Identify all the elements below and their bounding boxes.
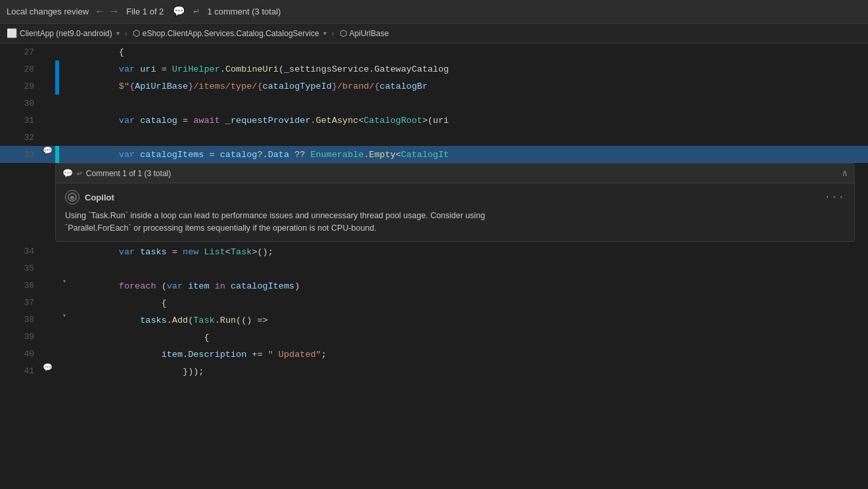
line-number: 29 — [0, 78, 39, 95]
nav-controls: ← → File 1 of 2 💬 ↩ 1 comment (3 total) — [94, 4, 281, 19]
collapse-arrow[interactable]: ▾ — [59, 277, 70, 285]
comment-indicator[interactable]: 💬 — [39, 146, 55, 156]
line-stripe — [55, 129, 59, 146]
line-number: 36 — [0, 277, 39, 294]
line-content: { — [70, 329, 868, 346]
comment-count: 1 comment (3 total) — [207, 7, 281, 16]
breadcrumb-member[interactable]: ⬡ ApiUrlBase — [340, 28, 389, 38]
line-number: 41 — [0, 363, 39, 380]
code-line: 28 var uri = UriHelper.CombineUri(_setti… — [0, 60, 868, 78]
comment-indicator[interactable]: 💬 — [39, 363, 55, 373]
line-stripe — [55, 43, 59, 60]
line-stripe — [55, 112, 59, 129]
comment-popup-body: ⊕ Copilot ··· Using `Task.Run` inside a … — [56, 183, 854, 241]
code-line: 37 { — [0, 294, 868, 312]
line-content: item.Description += " Updated"; — [70, 346, 868, 363]
namespace-icon: ⬡ — [133, 28, 140, 38]
comment-popup-close[interactable]: ∧ — [842, 168, 848, 179]
nav-back[interactable]: ← — [94, 5, 106, 19]
line-number: 33 — [0, 146, 39, 163]
line-content: var tasks = new List<Task>(); — [70, 243, 868, 260]
breadcrumb-namespace[interactable]: ⬡ eShop.ClientApp.Services.Catalog.Catal… — [133, 28, 327, 38]
code-line: 30 — [0, 95, 868, 112]
line-number: 30 — [0, 95, 39, 112]
code-area: 27 {28 var uri = UriHelper.CombineUri(_s… — [0, 43, 868, 489]
line-content: })); — [70, 363, 868, 380]
line-number: 32 — [0, 129, 39, 146]
line-stripe — [55, 363, 59, 380]
code-line: 34 var tasks = new List<Task>(); — [0, 243, 868, 260]
line-number: 27 — [0, 43, 39, 60]
line-content: var catalog = await _requestProvider.Get… — [70, 112, 868, 129]
line-content — [70, 129, 868, 146]
line-number: 37 — [0, 294, 39, 312]
line-content: var uri = UriHelper.CombineUri(_settings… — [70, 60, 868, 78]
comment-icon-1[interactable]: 💬 — [170, 4, 188, 19]
nav-forward[interactable]: → — [108, 5, 120, 19]
line-number: 31 — [0, 112, 39, 129]
line-content — [70, 260, 868, 277]
member-icon: ⬡ — [340, 28, 347, 38]
collapse-arrow[interactable]: ▾ — [59, 312, 70, 319]
breadcrumb-sep-1: › — [125, 29, 127, 38]
breadcrumb-project[interactable]: ⬜ ClientApp (net9.0-android) ▾ — [7, 28, 120, 38]
breadcrumb-sep-2: › — [332, 29, 334, 38]
line-content: { — [70, 43, 868, 60]
code-line: 31 var catalog = await _requestProvider.… — [0, 112, 868, 129]
comment-author-name: Copilot — [85, 193, 114, 202]
code-line: 35 — [0, 260, 868, 277]
line-stripe — [55, 60, 59, 78]
breadcrumb-arrow-1: ▾ — [116, 30, 120, 37]
code-line: 29 $"{ApiUrlBase}/items/type/{catalogTyp… — [0, 78, 868, 95]
code-line: 33💬 var catalogItems = catalog?.Data ?? … — [0, 146, 868, 163]
review-title: Local changes review — [7, 7, 89, 16]
line-number: 28 — [0, 60, 39, 78]
file-count: File 1 of 2 — [122, 7, 168, 16]
breadcrumb-bar: ⬜ ClientApp (net9.0-android) ▾ › ⬡ eShop… — [0, 24, 868, 43]
line-number: 39 — [0, 329, 39, 346]
comment-popup-icon2: ↩ — [77, 168, 82, 179]
project-icon: ⬜ — [7, 28, 17, 38]
line-stripe — [55, 329, 59, 346]
line-stripe — [55, 260, 59, 277]
comment-popup-title: Comment 1 of 1 (3 total) — [86, 169, 838, 178]
line-stripe — [55, 146, 59, 163]
line-number: 34 — [0, 243, 39, 260]
line-content: $"{ApiUrlBase}/items/type/{catalogTypeId… — [70, 78, 868, 95]
code-line: 36▾ foreach (var item in catalogItems) — [0, 277, 868, 294]
line-stripe — [55, 95, 59, 112]
line-content: { — [70, 294, 868, 312]
comment-popup: 💬 ↩ Comment 1 of 1 (3 total) ∧ ⊕ Copilot… — [55, 163, 855, 242]
code-line: 40 item.Description += " Updated"; — [0, 346, 868, 363]
copilot-icon: ⊕ — [65, 190, 80, 204]
svg-text:⊕: ⊕ — [70, 195, 74, 202]
code-line: 38▾ tasks.Add(Task.Run(() => — [0, 312, 868, 329]
line-stripe — [55, 243, 59, 260]
code-line: 41💬 })); — [0, 363, 868, 380]
comment-more-button[interactable]: ··· — [824, 191, 845, 203]
comment-icon-2[interactable]: ↩ — [191, 4, 202, 19]
line-content: tasks.Add(Task.Run(() => — [70, 312, 868, 329]
comment-popup-header: 💬 ↩ Comment 1 of 1 (3 total) ∧ — [56, 164, 854, 183]
line-content: var catalogItems = catalog?.Data ?? Enum… — [70, 146, 868, 163]
line-number: 38 — [0, 312, 39, 329]
line-number: 40 — [0, 346, 39, 363]
line-stripe — [55, 78, 59, 95]
code-line: 32 — [0, 129, 868, 146]
line-stripe — [55, 346, 59, 363]
comment-author-row: ⊕ Copilot ··· — [65, 190, 845, 204]
comment-popup-icon1: 💬 — [62, 168, 73, 179]
line-number: 35 — [0, 260, 39, 277]
line-content — [70, 95, 868, 112]
line-content: foreach (var item in catalogItems) — [70, 277, 868, 294]
line-stripe — [55, 294, 59, 312]
comment-text: Using `Task.Run` inside a loop can lead … — [65, 210, 845, 235]
code-line: 39 { — [0, 329, 868, 346]
code-line: 27 { — [0, 43, 868, 60]
top-bar: Local changes review ← → File 1 of 2 💬 ↩… — [0, 0, 868, 24]
breadcrumb-arrow-2: ▾ — [323, 30, 327, 37]
